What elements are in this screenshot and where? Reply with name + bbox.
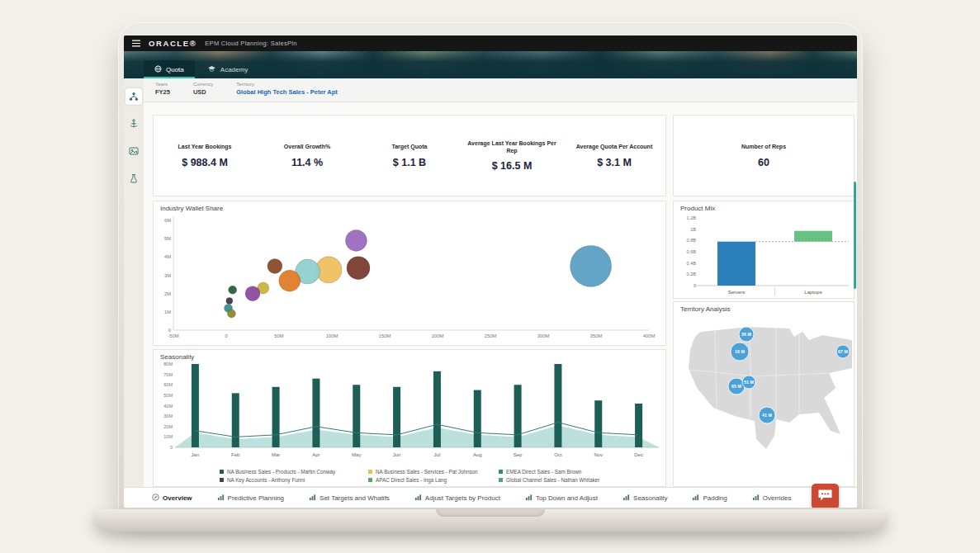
pov-territory[interactable]: TerritoryGlobal High Tech Sales - Peter … (236, 82, 338, 102)
pov-value[interactable]: FY25 (155, 88, 170, 96)
bottom-tab-set-targets-and-whatifs[interactable]: Set Targets and Whatifs (309, 494, 390, 503)
legend-swatch (368, 470, 372, 474)
tab-academy[interactable]: Academy (196, 60, 258, 78)
globe-icon (154, 65, 162, 74)
bottom-tab-padding[interactable]: Padding (692, 494, 727, 503)
svg-text:Sep: Sep (514, 452, 523, 457)
left-rail (124, 78, 144, 487)
tab-label: Academy (220, 66, 248, 73)
svg-text:10M: 10M (163, 434, 173, 439)
svg-text:Feb: Feb (231, 452, 240, 457)
app-title: EPM Cloud Planning: SalesPln (205, 40, 296, 47)
chart-icon (414, 494, 422, 503)
kpi-label: Average Last Year Bookings Per Rep (466, 139, 558, 154)
bottom-tab-adjust-targets-by-product[interactable]: Adjust Targets by Product (414, 494, 500, 503)
svg-text:70M: 70M (163, 372, 173, 377)
pov-value[interactable]: Global High Tech Sales - Peter Apt (236, 88, 338, 96)
product-mix-chart[interactable]: 00.2B0.4B0.6B0.8B1B1.2BServersLaptops (675, 213, 854, 297)
menu-icon[interactable] (132, 40, 140, 47)
svg-text:30M: 30M (163, 414, 173, 418)
seasonality-panel: Seasonality 010M20M30M40M50M60M70M80MJan… (153, 349, 666, 487)
gallery-icon[interactable] (125, 143, 142, 159)
panel-title: Product Mix (674, 201, 854, 212)
legend-label: APAC Direct Sales - Inga Lang (376, 477, 447, 483)
svg-text:-50M: -50M (168, 333, 178, 338)
tab-label: Quota (166, 66, 184, 73)
svg-text:16 M: 16 M (735, 349, 745, 354)
bottom-tab-label: Seasonality (633, 494, 667, 502)
legend-item: NA Key Accounts - Anthony Furini (220, 477, 368, 483)
svg-text:51 M: 51 M (744, 380, 754, 385)
kpi-target-quota: Target Quota$ 1.1 B (358, 116, 461, 196)
pov-currency[interactable]: CurrencyUSD (193, 82, 213, 102)
bottom-tab-overview[interactable]: Overview (152, 494, 192, 503)
svg-text:Aug: Aug (473, 452, 482, 457)
pov-years[interactable]: YearsFY25 (155, 82, 170, 102)
legend-label: NA Business Sales - Products - Martin Co… (227, 469, 335, 475)
pov-bar: YearsFY25CurrencyUSDTerritoryGlobal High… (144, 78, 857, 102)
nav-tabs: QuotaAcademy (144, 60, 258, 78)
svg-text:0: 0 (170, 445, 173, 450)
industry-wallet-share-chart[interactable]: 01M2M3M4M5M6M-50M050M100M150M200M250M300… (155, 213, 664, 343)
svg-text:6M: 6M (164, 218, 171, 223)
legend-label: NA Key Accounts - Anthony Furini (227, 477, 305, 483)
bottom-tab-label: Padding (703, 494, 727, 502)
svg-text:0: 0 (168, 328, 171, 333)
pov-value[interactable]: USD (193, 88, 213, 96)
svg-text:0: 0 (225, 333, 227, 338)
svg-text:350M: 350M (590, 333, 603, 338)
bottom-tab-top-down-and-adjust[interactable]: Top Down and Adjust (525, 494, 598, 503)
svg-text:150M: 150M (379, 333, 391, 338)
beaker-icon[interactable] (125, 170, 142, 187)
tab-quota[interactable]: Quota (144, 60, 195, 78)
svg-text:0.6B: 0.6B (686, 249, 696, 254)
bottom-tab-predictive-planning[interactable]: Predictive Planning (217, 494, 284, 503)
bottom-tab-label: Overview (163, 494, 192, 502)
industry-wallet-share-panel: Industry Wallet Share 01M2M3M4M5M6M-50M0… (153, 201, 666, 346)
svg-text:50M: 50M (163, 393, 173, 398)
kpi-average-last-year-bookings-per-rep: Average Last Year Bookings Per Rep$ 16.5… (461, 116, 563, 196)
svg-text:0.8B: 0.8B (686, 238, 696, 243)
chart-icon (309, 494, 316, 503)
legend-label: Global Channel Sales - Nathan Whitaker (506, 477, 599, 483)
kpi-label: Number of Reps (741, 143, 786, 150)
svg-text:Oct: Oct (554, 452, 562, 457)
svg-text:41 M: 41 M (762, 413, 772, 418)
banner: QuotaAcademy (124, 51, 857, 78)
pov-label: Territory (236, 82, 338, 87)
seasonality-legend: NA Business Sales - Products - Martin Co… (220, 469, 599, 483)
svg-text:Apr: Apr (312, 452, 320, 457)
academy-cap-icon (207, 65, 216, 74)
compass-icon (152, 494, 159, 503)
bottom-tab-bar: OverviewPredictive PlanningSet Targets a… (124, 487, 857, 508)
svg-text:1B: 1B (690, 227, 696, 232)
kpi-value: 60 (758, 157, 769, 168)
legend-item: APAC Direct Sales - Inga Lang (368, 477, 499, 483)
chat-feedback-button[interactable] (812, 484, 839, 508)
legend-swatch (220, 478, 224, 482)
territory-analysis-map[interactable]: 36 M16 M67 M65 M51 M41 M (684, 319, 852, 484)
svg-text:Laptops: Laptops (804, 290, 821, 295)
legend-label: EMEA Direct Sales - Sam Brown (506, 469, 581, 475)
seasonality-chart[interactable]: 010M20M30M40M50M60M70M80MJanFebMarAprMay… (155, 360, 664, 467)
svg-text:Jun: Jun (393, 452, 401, 457)
svg-text:Dec: Dec (634, 452, 643, 457)
svg-text:0.2B: 0.2B (686, 272, 696, 276)
svg-text:May: May (352, 452, 361, 457)
bottom-tab-overrides[interactable]: Overrides (752, 494, 792, 503)
kpi-label: Overall Growth% (284, 143, 330, 150)
chart-icon (217, 494, 225, 503)
anchor-icon[interactable] (125, 116, 142, 132)
kpi-value: $ 16.5 M (492, 160, 533, 172)
svg-text:300M: 300M (537, 333, 550, 338)
kpi-label: Average Quota Per Account (576, 143, 652, 150)
chat-icon (817, 489, 833, 505)
app-title-label: EPM Cloud Planning: (205, 40, 268, 47)
scrollbar[interactable] (854, 182, 856, 289)
bottom-tab-seasonality[interactable]: Seasonality (623, 494, 667, 503)
kpi-average-quota-per-account: Average Quota Per Account$ 3.1 M (563, 116, 665, 196)
svg-text:60M: 60M (163, 382, 173, 387)
chart-icon (525, 494, 533, 503)
hierarchy-icon[interactable] (125, 88, 142, 105)
title-bar: ORACLE® EPM Cloud Planning: SalesPln (124, 35, 857, 51)
